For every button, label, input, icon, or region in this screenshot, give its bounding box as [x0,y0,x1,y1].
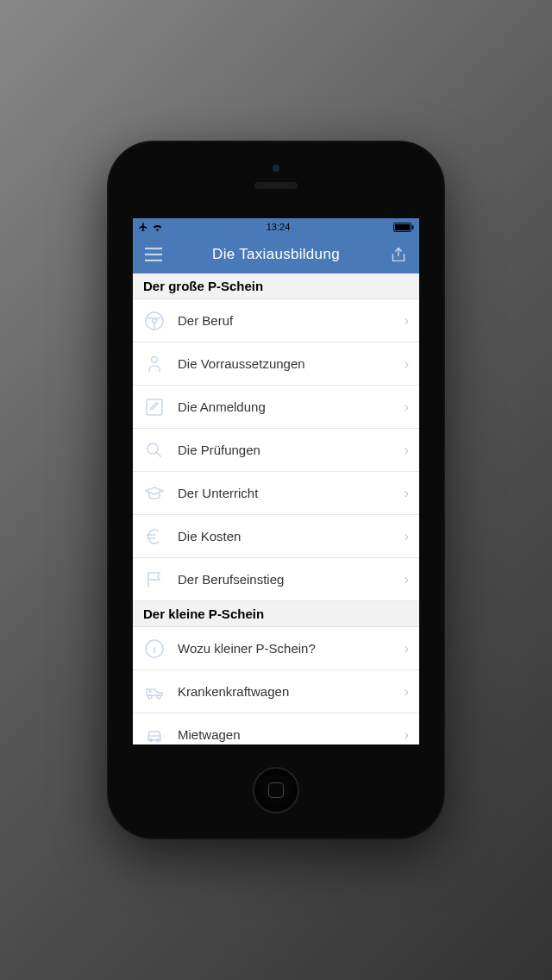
svg-rect-5 [145,260,162,261]
wifi-icon [152,223,163,231]
list-item-label: Mietwagen [178,727,405,742]
list-item-label: Der Berufseinstieg [178,572,405,587]
list-item-krankenkraftwagen[interactable]: Krankenkraftwagen › [133,670,419,713]
edit-icon [143,396,166,418]
device-camera [273,165,279,172]
list-item-label: Der Beruf [178,313,405,328]
page-title: Die Taxiausbildung [212,246,340,263]
svg-rect-3 [145,248,162,249]
info-icon [143,638,166,660]
list-item-label: Die Vorraussetzungen [178,356,405,371]
airplane-mode-icon [138,222,148,232]
home-button[interactable] [253,767,299,814]
list-item-unterricht[interactable]: Der Unterricht › [133,472,419,515]
share-button[interactable] [388,244,409,265]
list-item-mietwagen[interactable]: Mietwagen › [133,713,419,744]
status-right [393,223,414,232]
ambulance-icon [143,681,166,703]
svg-rect-1 [395,223,410,229]
chevron-right-icon: › [405,313,409,329]
list-item-pruefungen[interactable]: Die Prüfungen › [133,429,419,472]
chevron-right-icon: › [405,684,409,700]
battery-icon [393,223,414,232]
chevron-right-icon: › [405,356,409,372]
content-list[interactable]: Der große P-Schein Der Beruf › Die Vorra… [133,273,419,744]
chevron-right-icon: › [405,443,409,458]
svg-point-10 [147,443,158,454]
chevron-right-icon: › [405,529,409,544]
list-item-label: Die Prüfungen [178,443,405,457]
chevron-right-icon: › [405,727,409,743]
svg-point-8 [152,356,158,362]
person-icon [143,353,166,375]
list-item-voraussetzungen[interactable]: Die Vorraussetzungen › [133,342,419,386]
flag-icon [143,569,166,591]
menu-button[interactable] [143,244,164,265]
status-left [138,222,163,232]
list-item-label: Wozu kleiner P-Schein? [178,641,405,656]
list-item-kosten[interactable]: Die Kosten › [133,515,419,558]
chevron-right-icon: › [405,486,409,501]
steering-wheel-icon [143,310,166,332]
section-header: Der kleine P-Schein [133,601,419,627]
chevron-right-icon: › [405,641,409,656]
svg-rect-2 [412,225,414,229]
list-item-label: Der Unterricht [178,486,405,500]
list-item-beruf[interactable]: Der Beruf › [133,299,419,342]
chevron-right-icon: › [405,572,409,587]
device-speaker [254,182,298,189]
section-header: Der große P-Schein [133,273,419,299]
magnifier-icon [143,439,166,462]
svg-point-7 [153,318,157,323]
nav-bar: Die Taxiausbildung [133,236,419,273]
list-item-label: Die Anmeldung [178,399,405,414]
status-time: 13:24 [267,222,291,232]
car-icon [143,724,166,745]
svg-point-13 [157,695,160,699]
chevron-right-icon: › [405,399,409,415]
graduation-cap-icon [143,482,166,505]
phone-device-frame: 13:24 Die Taxiausbildung Der große P-Sch… [107,141,445,839]
screen: 13:24 Die Taxiausbildung Der große P-Sch… [133,218,419,744]
list-item-wozu[interactable]: Wozu kleiner P-Schein? › [133,627,419,670]
status-bar: 13:24 [133,218,419,236]
list-item-berufseinstieg[interactable]: Der Berufseinstieg › [133,558,419,601]
svg-rect-4 [145,254,162,255]
list-item-label: Krankenkraftwagen [178,684,405,699]
svg-point-12 [148,695,152,699]
list-item-label: Die Kosten [178,529,405,543]
euro-icon [143,525,166,548]
list-item-anmeldung[interactable]: Die Anmeldung › [133,386,419,429]
